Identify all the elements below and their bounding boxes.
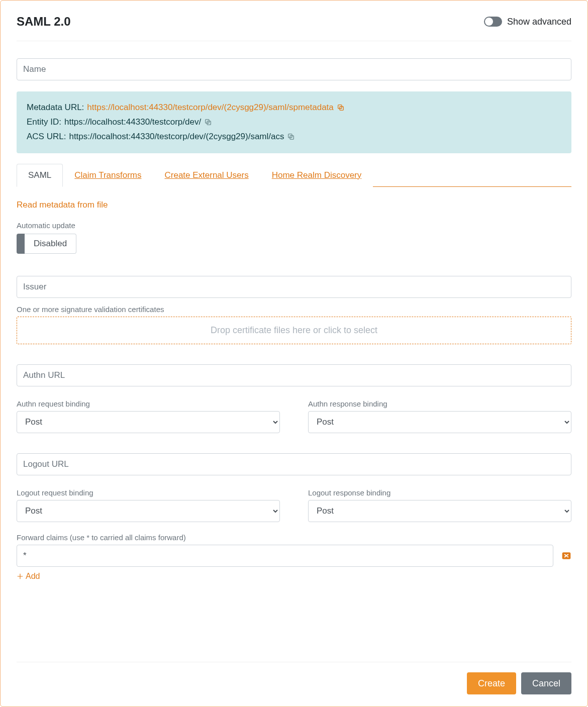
forward-claims-field[interactable] (17, 545, 553, 567)
tab-saml[interactable]: SAML (17, 164, 63, 187)
toggle-handle-icon (17, 234, 25, 254)
authn-url-field[interactable] (17, 364, 571, 386)
metadata-url-link[interactable]: https://localhost:44330/testcorp/dev/(2c… (87, 100, 333, 115)
create-button[interactable]: Create (467, 672, 516, 694)
cert-label: One or more signature validation certifi… (17, 305, 571, 314)
add-claim-button[interactable]: Add (17, 572, 40, 581)
forward-claims-label: Forward claims (use * to carried all cla… (17, 533, 571, 542)
logout-url-field[interactable] (17, 453, 571, 475)
acs-url-label: ACS URL: (27, 130, 66, 144)
authn-response-binding-select[interactable]: Post (308, 411, 571, 433)
cert-dropzone[interactable]: Drop certificate files here or click to … (17, 317, 571, 344)
entity-id-label: Entity ID: (27, 115, 61, 130)
cancel-button[interactable]: Cancel (521, 672, 571, 694)
show-advanced-label: Show advanced (507, 17, 571, 27)
plus-icon (17, 573, 24, 580)
automatic-update-toggle[interactable]: Disabled (17, 234, 76, 254)
copy-icon[interactable] (204, 118, 212, 126)
saml-config-panel: SAML 2.0 Show advanced Metadata URL: htt… (0, 0, 588, 707)
toggle-icon (484, 17, 502, 27)
authn-request-binding-label: Authn request binding (17, 399, 280, 408)
add-label: Add (26, 572, 40, 581)
metadata-info-box: Metadata URL: https://localhost:44330/te… (17, 91, 571, 153)
tab-bar: SAML Claim Transforms Create External Us… (17, 163, 571, 187)
authn-request-binding-select[interactable]: Post (17, 411, 280, 433)
delete-icon[interactable] (561, 551, 571, 561)
page-title: SAML 2.0 (17, 15, 71, 29)
tab-claim-transforms[interactable]: Claim Transforms (63, 164, 153, 187)
copy-icon[interactable] (337, 104, 345, 112)
entity-id-value: https://localhost:44330/testcorp/dev/ (64, 115, 201, 130)
copy-icon[interactable] (287, 133, 295, 141)
tab-create-external-users[interactable]: Create External Users (153, 164, 260, 187)
automatic-update-label: Automatic update (17, 221, 571, 230)
automatic-update-value: Disabled (25, 234, 76, 254)
logout-request-binding-label: Logout request binding (17, 488, 280, 497)
panel-header: SAML 2.0 Show advanced (17, 15, 571, 41)
read-metadata-link[interactable]: Read metadata from file (17, 200, 108, 210)
issuer-field[interactable] (17, 276, 571, 298)
logout-request-binding-select[interactable]: Post (17, 500, 280, 522)
name-field[interactable] (17, 58, 571, 80)
acs-url-value: https://localhost:44330/testcorp/dev/(2c… (69, 130, 284, 144)
metadata-url-label: Metadata URL: (27, 100, 84, 115)
logout-response-binding-select[interactable]: Post (308, 500, 571, 522)
show-advanced-toggle[interactable]: Show advanced (484, 17, 571, 27)
footer-actions: Create Cancel (17, 662, 571, 694)
authn-response-binding-label: Authn response binding (308, 399, 571, 408)
logout-response-binding-label: Logout response binding (308, 488, 571, 497)
tab-home-realm-discovery[interactable]: Home Realm Discovery (260, 164, 373, 187)
